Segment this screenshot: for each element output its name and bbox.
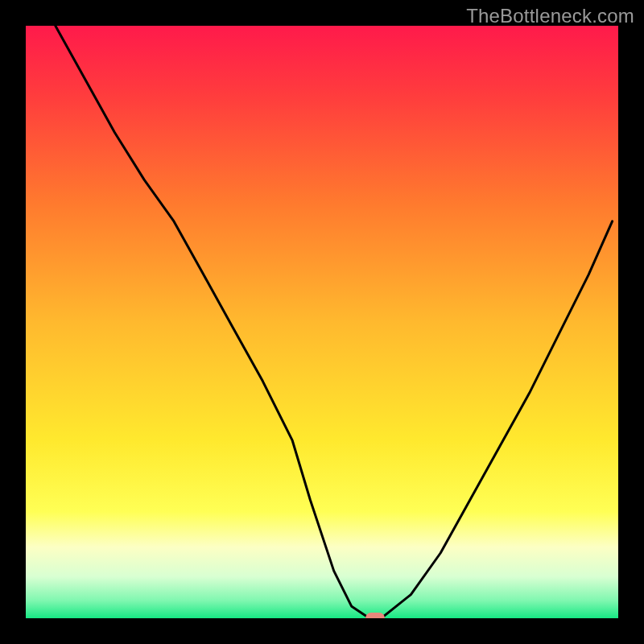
watermark-text: TheBottleneck.com — [466, 5, 634, 27]
gradient-bg — [26, 26, 618, 618]
optimal-marker — [365, 613, 385, 618]
plot-svg — [26, 26, 618, 618]
plot-area — [26, 26, 618, 618]
chart-frame: TheBottleneck.com — [0, 0, 644, 644]
